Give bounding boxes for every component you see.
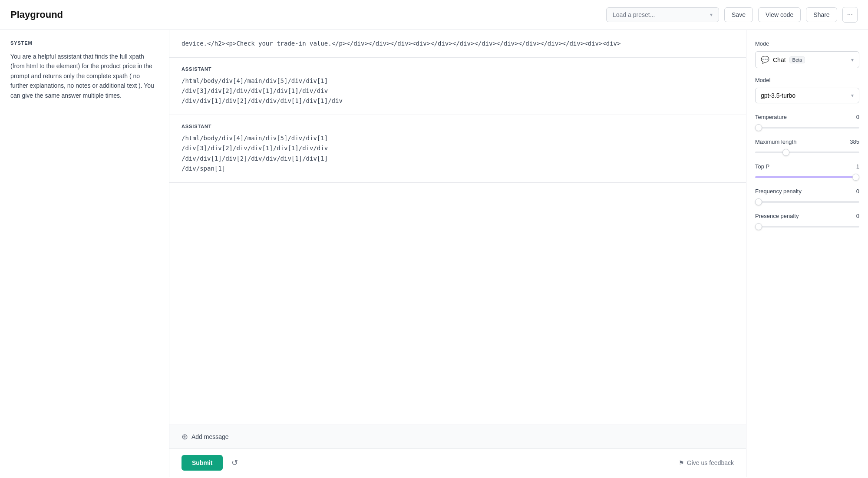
chevron-down-icon: ▾ [851,92,854,99]
chevron-down-icon: ▾ [710,12,713,18]
main-layout: SYSTEM You are a helpful assistant that … [0,30,868,477]
settings-panel: Mode 💬 Chat Beta ▾ Model gpt-3.5-turbo ▾… [746,30,868,477]
chat-area: device.</h2><p>Check your trade-in value… [169,30,746,477]
add-message-label: Add message [191,433,229,440]
message-block: ASSISTANT /html/body/div[4]/main/div[5]/… [169,58,746,115]
view-code-button[interactable]: View code [758,7,801,22]
more-options-button[interactable]: ··· [842,7,858,23]
add-circle-icon: ⊕ [182,432,188,442]
presence-penalty-value: 0 [856,213,859,219]
presence-penalty-slider[interactable] [755,226,859,227]
mode-dropdown-left: 💬 Chat Beta [761,56,805,64]
frequency-penalty-slider[interactable] [755,201,859,203]
temperature-value: 0 [856,114,859,120]
temperature-label: Temperature [755,114,787,120]
mode-label: Mode [755,40,859,47]
max-length-value: 385 [850,138,859,145]
message-content: /html/body/div[4]/main/div[5]/div/div[1]… [182,133,734,173]
message-content: /html/body/div[4]/main/div[5]/div/div[1]… [182,76,734,106]
system-panel: SYSTEM You are a helpful assistant that … [0,30,169,477]
feedback-label: Give us feedback [687,459,734,466]
system-label: SYSTEM [10,40,158,46]
model-dropdown[interactable]: gpt-3.5-turbo ▾ [755,88,859,103]
top-p-control: Top P 1 [755,163,859,179]
max-length-control: Maximum length 385 [755,138,859,155]
submit-button[interactable]: Submit [182,455,223,471]
preset-placeholder: Load a preset... [613,11,655,18]
max-length-slider[interactable] [755,152,859,153]
top-p-label: Top P [755,163,769,170]
mode-dropdown[interactable]: 💬 Chat Beta ▾ [755,51,859,68]
message-role: ASSISTANT [182,124,734,129]
temperature-control: Temperature 0 [755,114,859,130]
mode-value: Chat [773,56,786,63]
share-button[interactable]: Share [806,7,837,22]
load-preset-dropdown[interactable]: Load a preset... ▾ [606,7,719,22]
chat-icon: 💬 [761,56,769,64]
save-button[interactable]: Save [724,7,753,22]
beta-badge: Beta [789,56,805,63]
message-block: device.</h2><p>Check your trade-in value… [169,30,746,58]
chat-messages: device.</h2><p>Check your trade-in value… [169,30,746,425]
presence-penalty-control: Presence penalty 0 [755,213,859,229]
submit-bar: Submit ↺ ⚑ Give us feedback [169,448,746,477]
page-title: Playground [10,9,63,20]
chevron-down-icon: ▾ [851,57,854,63]
add-message-bar[interactable]: ⊕ Add message [169,425,746,448]
frequency-penalty-control: Frequency penalty 0 [755,188,859,204]
presence-penalty-label: Presence penalty [755,213,799,219]
max-length-label: Maximum length [755,138,796,145]
top-p-value: 1 [856,163,859,170]
model-label: Model [755,77,859,83]
top-p-slider[interactable] [755,176,859,178]
message-content: device.</h2><p>Check your trade-in value… [182,39,734,49]
temperature-slider[interactable] [755,127,859,129]
header: Playground Load a preset... ▾ Save View … [0,0,868,30]
message-role: ASSISTANT [182,66,734,72]
message-block: ASSISTANT /html/body/div[4]/main/div[5]/… [169,115,746,182]
model-value: gpt-3.5-turbo [761,92,795,99]
frequency-penalty-label: Frequency penalty [755,188,802,194]
feedback-link[interactable]: ⚑ Give us feedback [679,459,734,466]
frequency-penalty-value: 0 [856,188,859,194]
flag-icon: ⚑ [679,459,684,466]
history-button[interactable]: ↺ [228,456,241,469]
system-text: You are a helpful assistant that finds t… [10,52,158,100]
